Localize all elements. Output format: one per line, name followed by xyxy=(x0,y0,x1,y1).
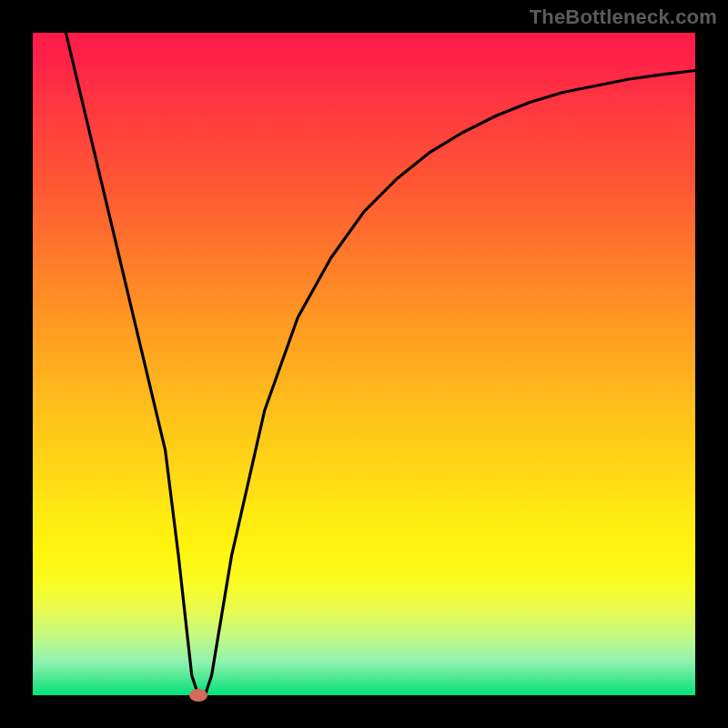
bottleneck-curve xyxy=(66,33,695,695)
optimum-marker xyxy=(189,689,207,702)
plot-area xyxy=(33,33,695,695)
curve-layer xyxy=(33,33,695,695)
chart-frame: TheBottleneck.com xyxy=(0,0,728,728)
watermark-text: TheBottleneck.com xyxy=(530,5,717,29)
